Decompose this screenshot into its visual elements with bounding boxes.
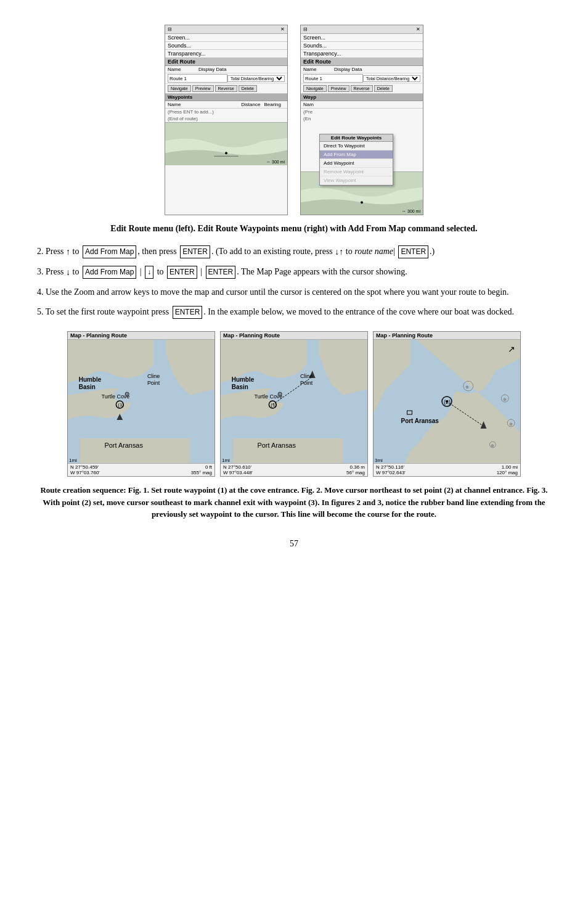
left-delete-btn[interactable]: Delete <box>239 85 257 92</box>
map-1-coords: N 27°50.459' W 97°03.760' <box>70 464 100 475</box>
right-edit-route-header: Edit Route <box>301 58 423 66</box>
right-wp-press: (Pre <box>301 109 423 115</box>
map-2: Map - Planning Route (1) Humble Basin Tu… <box>220 331 368 477</box>
left-menu-sounds[interactable]: Sounds... <box>165 42 287 50</box>
map-2-title: Map - Planning Route <box>221 332 367 340</box>
popup-view-waypoint[interactable]: View Waypoint <box>320 176 393 185</box>
svg-text:Cline: Cline <box>147 373 160 379</box>
right-reverse-btn[interactable]: Reverse <box>351 85 373 92</box>
left-screen-header: ⊟ ✕ <box>165 25 287 34</box>
right-navigate-btn[interactable]: Navigate <box>303 85 327 92</box>
left-reverse-btn[interactable]: Reverse <box>215 85 237 92</box>
right-route-input[interactable] <box>303 74 363 83</box>
key-enter-1: ENTER <box>180 245 210 258</box>
paragraph-3: 3. Press ↓ to Add From Map | ↓ to ENTER … <box>37 265 551 279</box>
map-3-val2: 120° mag <box>497 470 518 475</box>
left-map-area: ↔300 mi <box>165 122 287 165</box>
top-caption: Edit Route menu (left). Edit Route Waypo… <box>37 223 551 235</box>
popup-remove-waypoint[interactable]: Remove Waypoint <box>320 168 393 176</box>
waypoints-popup: Edit Route Waypoints Direct To Waypoint … <box>319 134 393 186</box>
svg-text:Port Aransas: Port Aransas <box>401 417 439 424</box>
svg-text:⊕: ⊕ <box>465 385 469 389</box>
down-arrow-1: ↓ <box>66 267 70 276</box>
right-header-text: ⊟ <box>303 27 308 32</box>
map-1-val2: 355° mag <box>191 470 212 475</box>
svg-text:⊕: ⊕ <box>503 397 507 401</box>
popup-direct[interactable]: Direct To Waypoint <box>320 142 393 150</box>
route-name-italic: route name <box>354 247 393 256</box>
svg-text:⊕: ⊕ <box>491 443 494 448</box>
right-menu-transparency[interactable]: Transparency... <box>301 50 423 58</box>
svg-text:Port Aransas: Port Aransas <box>258 442 296 449</box>
svg-text:Point: Point <box>147 380 160 386</box>
left-display-select[interactable]: Total Distance/Bearing <box>227 75 285 82</box>
key-enter-2: ENTER <box>398 245 428 258</box>
svg-text:Basin: Basin <box>232 384 248 390</box>
bottom-caption: Route creation sequence: Fig. 1. Set rou… <box>37 484 551 520</box>
svg-point-39 <box>446 400 448 403</box>
left-waypoints-header: Waypoints <box>165 94 287 101</box>
left-wp-col-name: Name <box>168 102 237 107</box>
paragraph-2: 2. Press ↑ to Add From Map, then press E… <box>37 245 551 259</box>
left-route-input[interactable] <box>168 74 227 83</box>
right-menu-screen[interactable]: Screen... <box>301 34 423 42</box>
key-add-from-map: Add From Map <box>83 245 136 258</box>
map-1: Map - Planning Route (1) Hum <box>67 331 215 477</box>
map-3-coord1: N 27°50.116' <box>376 464 406 470</box>
left-wp-col-dist: Distance <box>241 102 260 107</box>
map-2-val2: 56° mag <box>346 470 365 475</box>
left-route-row: Total Distance/Bearing <box>165 73 287 84</box>
map-3-content: Port Aransas (2) ⊕ ⊕ ⊕ ⊕ ↗ <box>374 340 520 463</box>
popup-add-from-map[interactable]: Add From Map <box>320 150 393 159</box>
map-1-content: (1) Humble Basin Turtle Cove Cline Point… <box>68 340 214 463</box>
right-wp-col-name: Nam <box>303 102 413 107</box>
map-3-coord2: W 97°02.643' <box>376 470 406 475</box>
right-waypoints-header: Waypoints <box>301 94 423 101</box>
right-route-row: Total Distance/Bearing <box>301 73 423 84</box>
svg-text:3mi: 3mi <box>375 458 383 463</box>
svg-text:1mi: 1mi <box>222 458 230 463</box>
popup-title: Edit Route Waypoints <box>320 134 393 142</box>
right-menu-sounds[interactable]: Sounds... <box>301 42 423 50</box>
map-3-coords: N 27°50.116' W 97°02.643' <box>376 464 406 475</box>
svg-text:(1): (1) <box>118 402 124 408</box>
right-header-icons: ✕ <box>416 27 420 32</box>
svg-point-2 <box>225 152 227 154</box>
left-wp-cols: Name Distance Bearing <box>165 101 287 109</box>
map-1-val1: 0 ft <box>205 464 212 470</box>
paragraph-5: 5. To set the first route waypoint press… <box>37 305 551 319</box>
map-2-val1: 0.36 m <box>350 464 365 470</box>
left-wp-col-bearing: Bearing <box>264 102 281 107</box>
key-enter-3: ENTER <box>167 266 197 279</box>
right-screen-header: ⊟ ✕ <box>301 25 423 34</box>
page-number: 57 <box>37 539 551 549</box>
left-menu-screen[interactable]: Screen... <box>165 34 287 42</box>
map-3-status: N 27°50.116' W 97°02.643' 1.00 mi 120° m… <box>374 463 520 476</box>
right-delete-btn[interactable]: Delete <box>374 85 393 92</box>
map-1-coord2: W 97°03.760' <box>70 470 100 475</box>
right-preview-btn[interactable]: Preview <box>328 85 349 92</box>
left-header-icons: ✕ <box>280 27 285 32</box>
popup-add-waypoint[interactable]: Add Waypoint <box>320 159 393 168</box>
key-afm: Add From Map <box>83 266 136 279</box>
map-3-title: Map - Planning Route <box>374 332 520 340</box>
up-arrow: ↑ <box>66 247 70 256</box>
svg-text:Cline: Cline <box>300 373 312 379</box>
svg-text:↗: ↗ <box>508 344 515 354</box>
right-display-select[interactable]: Total Distance/Bearing <box>363 75 420 82</box>
map-3-val1: 1.00 mi <box>502 464 518 470</box>
map-2-status: N 27°50.610' W 97°03.448' 0.36 m 56° mag <box>221 463 367 476</box>
left-scale: ↔300 mi <box>266 160 285 164</box>
left-menu-transparency[interactable]: Transparency... <box>165 50 287 58</box>
map-1-coord1: N 27°50.459' <box>70 464 100 470</box>
left-display-label: Display Data <box>198 67 226 72</box>
svg-text:Humble: Humble <box>79 376 102 383</box>
paragraph-4: 4. Use the Zoom and arrow keys to move t… <box>37 286 551 299</box>
right-scale: ↔300 mi <box>402 209 420 213</box>
key-enter-4: ENTER <box>206 266 236 279</box>
left-preview-btn[interactable]: Preview <box>192 85 214 92</box>
right-name-row: Name Display Data <box>301 66 423 73</box>
svg-text:(1): (1) <box>271 402 277 408</box>
left-navigate-btn[interactable]: Navigate <box>168 85 191 92</box>
map-2-coords: N 27°50.610' W 97°03.448' <box>223 464 253 475</box>
